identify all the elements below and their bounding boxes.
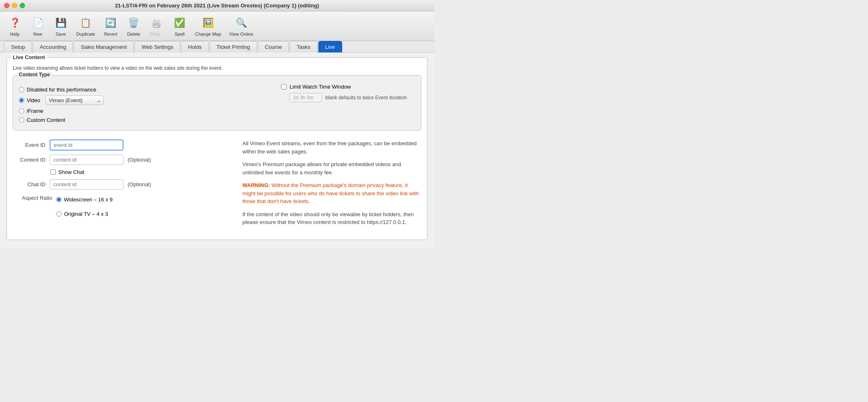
titlebar: 21-LST/4-FRI on February 26th 2021 (Live… xyxy=(0,0,434,11)
video-type-select-wrapper: Vimeo (Event) Vimeo (Showcase) YouTube C… xyxy=(45,96,104,105)
tab-setup[interactable]: Setup xyxy=(4,41,32,53)
toolbar: ❓ Help 📄 New 💾 Save 📋 Duplicate 🔄 Revert… xyxy=(0,11,434,41)
watch-time-hint: blank defaults to twice Event duration xyxy=(325,95,407,100)
info-warning: WARNING: Without the Premium package's d… xyxy=(242,181,421,206)
radio-custom-label: Custom Content xyxy=(27,117,65,123)
delete-button[interactable]: 🗑️ Delete xyxy=(123,14,144,38)
help-label: Help xyxy=(10,32,20,37)
view-online-button[interactable]: 🔍 View Online xyxy=(226,14,257,38)
content-type-legend: Content Type xyxy=(17,72,52,78)
aspect-ratio-section: Aspect Ratio Widescreen – 16 x 9 Origina… xyxy=(13,194,234,220)
radio-custom[interactable] xyxy=(19,117,24,123)
aspect-ratio-label: Aspect Ratio xyxy=(19,195,52,201)
show-chat-checkbox[interactable] xyxy=(50,169,56,175)
duplicate-label: Duplicate xyxy=(76,32,95,37)
content-id-input[interactable] xyxy=(50,155,123,165)
event-id-label: Event ID xyxy=(13,142,46,148)
chat-id-label: Chat ID xyxy=(13,181,46,187)
form-info-layout: Event ID Content ID (Optional) Show Chat xyxy=(13,135,421,235)
radio-disabled[interactable] xyxy=(19,87,24,92)
content-type-options: Disabled for this performance Video Vime… xyxy=(19,84,104,126)
content-id-optional: (Optional) xyxy=(128,157,151,163)
info-para4: If the content of the video should only … xyxy=(242,210,421,226)
traffic-lights xyxy=(4,3,25,8)
spell-label: Spell xyxy=(175,32,185,37)
event-id-input[interactable] xyxy=(50,139,123,151)
print-icon: 🖨️ xyxy=(149,16,164,30)
window-title: 21-LST/4-FRI on February 26th 2021 (Live… xyxy=(115,2,319,9)
aspect-widescreen-label: Widescreen – 16 x 9 xyxy=(64,196,113,203)
minimize-button[interactable] xyxy=(12,3,17,8)
tab-live[interactable]: Live xyxy=(318,41,342,53)
form-column: Event ID Content ID (Optional) Show Chat xyxy=(13,139,234,231)
tab-sales-management[interactable]: Sales Management xyxy=(74,41,134,53)
main-content: Live Content Live video streaming allows… xyxy=(0,53,434,249)
radio-iframe[interactable] xyxy=(19,108,24,114)
chat-id-row: Chat ID (Optional) xyxy=(13,179,234,190)
save-button[interactable]: 💾 Save xyxy=(50,14,71,38)
warning-bold: WARNING: xyxy=(242,182,270,188)
new-button[interactable]: 📄 New xyxy=(27,14,48,38)
revert-icon: 🔄 xyxy=(103,16,118,30)
aspect-widescreen-row: Widescreen – 16 x 9 xyxy=(56,196,113,203)
spell-button[interactable]: ✅ Spell xyxy=(169,14,190,38)
new-label: New xyxy=(33,32,42,37)
limit-watch-checkbox[interactable] xyxy=(281,84,286,89)
tab-accounting[interactable]: Accounting xyxy=(33,41,73,53)
change-map-icon: 🖼️ xyxy=(201,16,215,30)
show-chat-label: Show Chat xyxy=(58,169,85,175)
view-online-label: View Online xyxy=(229,32,254,37)
delete-label: Delete xyxy=(127,32,140,37)
limit-watch-label: Limit Watch Time Window xyxy=(290,84,351,90)
print-button[interactable]: 🖨️ Print... xyxy=(146,14,167,38)
save-label: Save xyxy=(55,32,66,37)
live-content-legend: Live Content xyxy=(11,54,47,60)
maximize-button[interactable] xyxy=(20,3,25,8)
aspect-tv-radio[interactable] xyxy=(56,211,62,217)
radio-row-disabled: Disabled for this performance xyxy=(19,87,104,93)
chat-id-input[interactable] xyxy=(50,179,123,190)
close-button[interactable] xyxy=(4,3,9,8)
radio-iframe-label: iFrame xyxy=(27,108,43,114)
watch-time-input[interactable] xyxy=(289,93,322,102)
video-type-select[interactable]: Vimeo (Event) Vimeo (Showcase) YouTube C… xyxy=(45,96,104,105)
radio-disabled-label: Disabled for this performance xyxy=(27,87,96,93)
aspect-tv-row: Original TV – 4 x 3 xyxy=(56,211,113,217)
limit-watch-row: Limit Watch Time Window xyxy=(281,84,351,90)
spell-icon: ✅ xyxy=(172,16,187,30)
tab-web-settings[interactable]: Web Settings xyxy=(135,41,180,53)
event-id-row: Event ID xyxy=(13,139,234,151)
aspect-widescreen-radio[interactable] xyxy=(56,197,62,202)
live-content-section: Live Content Live video streaming allows… xyxy=(7,57,427,240)
content-type-box: Content Type Disabled for this performan… xyxy=(13,75,421,130)
limit-watch-section: Limit Watch Time Window blank defaults t… xyxy=(281,84,415,102)
change-map-button[interactable]: 🖼️ Change Map xyxy=(192,14,224,38)
show-chat-row: Show Chat xyxy=(50,169,234,175)
info-para2: Vimeo's Premium package allows for priva… xyxy=(242,160,421,176)
info-para1: All Vimeo Event streams, even from the f… xyxy=(242,139,421,155)
tabs-bar: Setup Accounting Sales Management Web Se… xyxy=(0,41,434,53)
tab-tasks[interactable]: Tasks xyxy=(290,41,317,53)
new-icon: 📄 xyxy=(30,16,45,30)
tab-holds[interactable]: Holds xyxy=(181,41,208,53)
duplicate-icon: 📋 xyxy=(78,16,93,30)
radio-row-iframe: iFrame xyxy=(19,108,104,114)
aspect-tv-label: Original TV – 4 x 3 xyxy=(64,211,108,217)
save-icon: 💾 xyxy=(53,16,68,30)
print-label: Print... xyxy=(150,32,163,37)
help-button[interactable]: ❓ Help xyxy=(4,14,25,38)
content-id-row: Content ID (Optional) xyxy=(13,155,234,165)
tab-ticket-printing[interactable]: Ticket Printing xyxy=(210,41,257,53)
view-online-icon: 🔍 xyxy=(234,16,249,30)
help-icon: ❓ xyxy=(7,16,22,30)
duplicate-button[interactable]: 📋 Duplicate xyxy=(73,14,98,38)
chat-id-optional: (Optional) xyxy=(128,181,151,187)
tab-course[interactable]: Course xyxy=(258,41,289,53)
radio-row-custom: Custom Content xyxy=(19,117,104,123)
radio-video[interactable] xyxy=(19,98,24,103)
delete-icon: 🗑️ xyxy=(126,16,141,30)
revert-button[interactable]: 🔄 Revert xyxy=(100,14,121,38)
content-id-label: Content ID xyxy=(13,157,46,163)
radio-video-label: Video xyxy=(27,97,40,103)
radio-row-video: Video Vimeo (Event) Vimeo (Showcase) You… xyxy=(19,96,104,105)
